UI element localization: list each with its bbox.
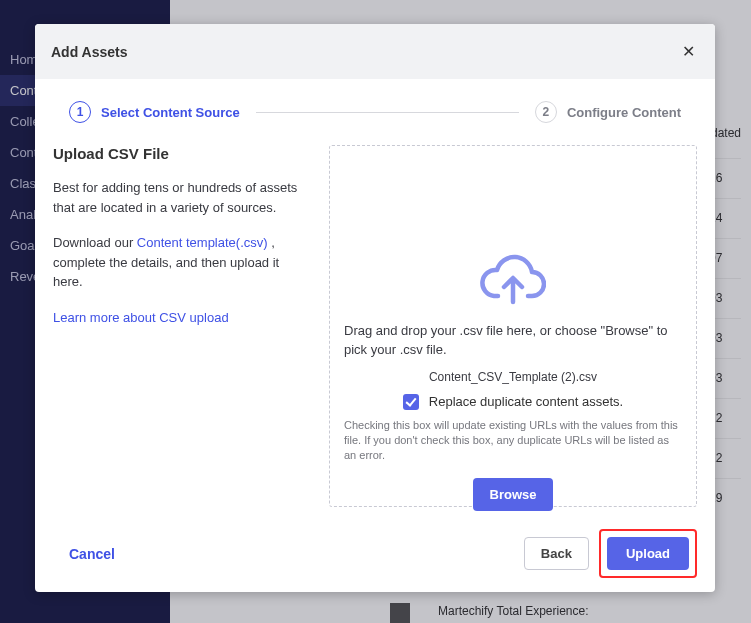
replace-duplicates-label: Replace duplicate content assets. [429, 394, 623, 409]
step-2[interactable]: 2 Configure Content [535, 101, 681, 123]
upload-button[interactable]: Upload [607, 537, 689, 570]
step-1-label: Select Content Source [101, 105, 240, 120]
modal-body: Upload CSV File Best for adding tens or … [35, 133, 715, 517]
checkbox-helper: Checking this box will update existing U… [344, 418, 682, 464]
browse-button[interactable]: Browse [473, 478, 554, 511]
step-1[interactable]: 1 Select Content Source [69, 101, 240, 123]
step-1-number: 1 [69, 101, 91, 123]
cloud-upload-icon [480, 254, 546, 306]
upload-highlight: Upload [599, 529, 697, 578]
modal-title: Add Assets [51, 44, 128, 60]
cancel-button[interactable]: Cancel [53, 540, 131, 568]
drop-text: Drag and drop your .csv file here, or ch… [344, 322, 682, 360]
close-icon[interactable]: ✕ [678, 38, 699, 65]
upload-desc: Best for adding tens or hundreds of asse… [53, 178, 311, 217]
upload-description-panel: Upload CSV File Best for adding tens or … [53, 137, 311, 517]
modal-header: Add Assets ✕ [35, 24, 715, 79]
drop-inner [344, 158, 682, 306]
modal-footer: Cancel Back Upload [35, 517, 715, 592]
upload-heading: Upload CSV File [53, 145, 311, 162]
add-assets-modal: Add Assets ✕ 1 Select Content Source 2 C… [35, 24, 715, 592]
replace-duplicates-checkbox[interactable] [403, 394, 419, 410]
download-prefix: Download our [53, 235, 137, 250]
content-template-link[interactable]: Content template(.csv) [137, 235, 268, 250]
step-2-number: 2 [535, 101, 557, 123]
selected-filename: Content_CSV_Template (2).csv [344, 370, 682, 384]
stepper: 1 Select Content Source 2 Configure Cont… [35, 79, 715, 133]
step-2-label: Configure Content [567, 105, 681, 120]
csv-drop-zone[interactable]: Drag and drop your .csv file here, or ch… [329, 145, 697, 507]
download-text: Download our Content template(.csv) , co… [53, 233, 311, 292]
learn-more-link[interactable]: Learn more about CSV upload [53, 310, 229, 325]
back-button[interactable]: Back [524, 537, 589, 570]
stepper-line [256, 112, 519, 113]
